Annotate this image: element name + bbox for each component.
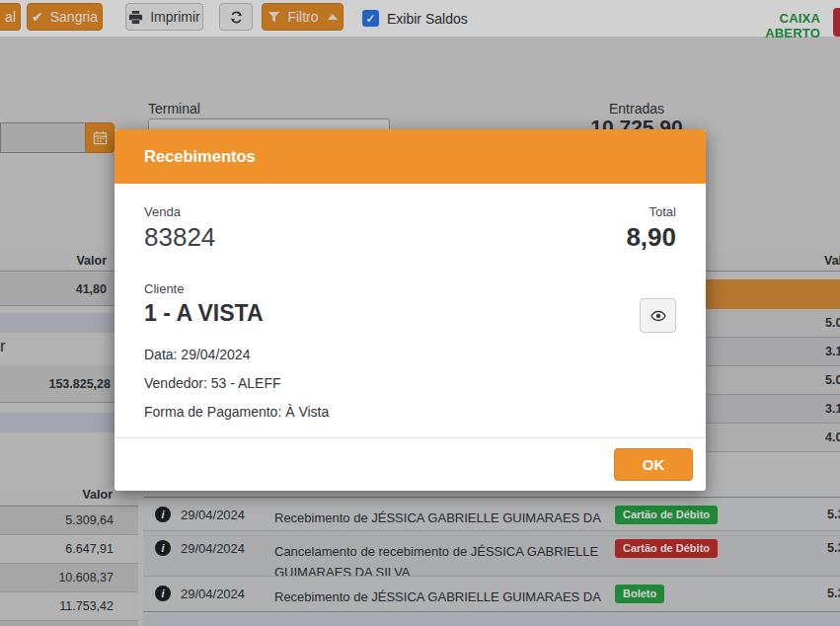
pos-cash-register-screen: al ✔ Sangria Imprimir [0,0,840,626]
recebimentos-modal: Recebimentos Venda Total 83824 8,90 Clie… [115,129,706,491]
eye-icon [650,308,666,324]
cliente-value: 1 - A VISTA [144,298,264,328]
modal-footer: OK [115,437,706,491]
total-label: Total [649,204,676,219]
ok-button[interactable]: OK [614,448,693,481]
venda-value: 83824 [144,222,215,252]
venda-label: Venda [144,204,181,219]
pagamento-line: Forma de Pagamento: À Vista [144,403,676,421]
modal-body: Venda Total 83824 8,90 Cliente 1 - A VIS… [115,184,706,421]
modal-header: Recebimentos [115,129,706,184]
view-client-button[interactable] [640,298,676,333]
total-value: 8,90 [626,222,676,252]
data-line: Data: 29/04/2024 [144,346,676,363]
vendedor-line: Vendedor: 53 - ALEFF [144,374,676,392]
modal-title: Recebimentos [144,147,676,166]
cliente-label: Cliente [144,281,676,296]
